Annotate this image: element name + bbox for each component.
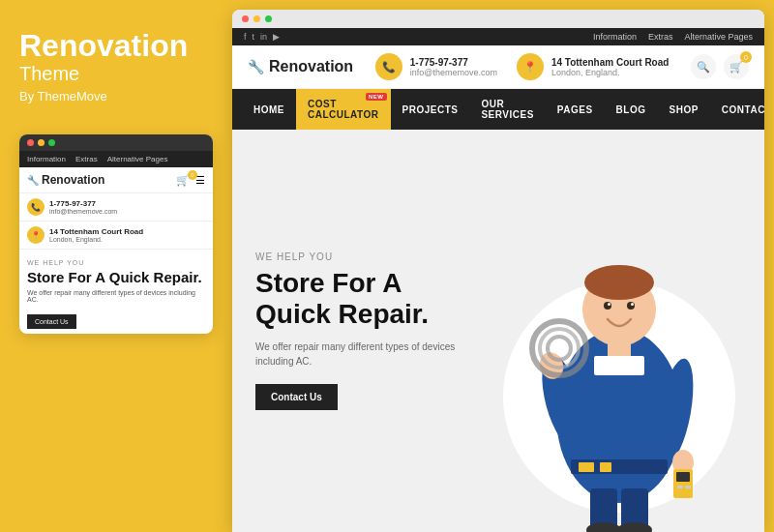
- mobile-we-help: WE HELP YOU: [27, 259, 205, 266]
- svg-point-22: [631, 303, 634, 306]
- browser-close-dot[interactable]: [242, 15, 249, 22]
- mobile-hero-title: Store For A Quick Repair.: [27, 269, 205, 285]
- header-address-sub: London, England.: [551, 68, 669, 77]
- phone-icon: 📞: [375, 53, 402, 80]
- wrench-icon-mobile: 🔧: [27, 175, 39, 186]
- header-contacts: 📞 1-775-97-377 info@thememove.com 📍 14 T…: [375, 53, 670, 80]
- mobile-email: info@thememove.com: [49, 208, 117, 215]
- site-header: 🔧 Renovation 📞 1-775-97-377 info@thememo…: [232, 45, 764, 89]
- svg-rect-14: [677, 486, 683, 488]
- worker-illustration: [493, 222, 745, 532]
- mobile-header-icons: 🛒 0 ☰: [176, 174, 205, 187]
- mobile-header: 🔧 Renovation 🛒 0 ☰: [19, 167, 213, 193]
- svg-point-10: [548, 337, 571, 360]
- mobile-nav-information[interactable]: Information: [27, 155, 66, 163]
- browser-top-nav: f t in ▶ Information Extras Alternative …: [232, 28, 764, 45]
- mobile-nav-extras[interactable]: Extras: [75, 155, 98, 163]
- instagram-icon[interactable]: in: [260, 32, 267, 42]
- mobile-hero: WE HELP YOU Store For A Quick Repair. We…: [19, 250, 213, 334]
- mobile-phone: 1-775-97-377: [49, 199, 117, 208]
- header-email: info@thememove.com: [410, 68, 497, 77]
- header-action-icons: 🔍 🛒 0: [691, 54, 749, 79]
- minimize-dot: [38, 139, 45, 146]
- mobile-address-row: 📍 14 Tottenham Court Road London, Englan…: [19, 222, 213, 250]
- address-contact-item: 📍 14 Tottenham Court Road London, Englan…: [517, 53, 669, 80]
- nav-our-services[interactable]: OUR SERVICES: [469, 89, 545, 130]
- location-icon: 📍: [517, 53, 544, 80]
- location-icon-mobile: 📍: [27, 226, 45, 244]
- facebook-icon[interactable]: f: [244, 32, 247, 42]
- left-panel: Renovation Theme By ThemeMove Informatio…: [0, 0, 232, 532]
- svg-point-20: [627, 302, 635, 310]
- header-address: 14 Tottenham Court Road: [551, 57, 669, 68]
- close-dot: [27, 139, 34, 146]
- nav-home[interactable]: HOME: [242, 95, 296, 125]
- hero-content: WE HELP YOU Store For A Quick Repair. We…: [232, 130, 503, 532]
- theme-name: Renovation: [19, 29, 213, 63]
- svg-point-2: [584, 265, 654, 300]
- cart-badge-mobile: 0: [188, 170, 197, 180]
- site-logo: 🔧 Renovation: [248, 58, 353, 75]
- nav-cost-calculator[interactable]: COST CALCULATOR NEW: [296, 89, 391, 130]
- hero-section: WE HELP YOU Store For A Quick Repair. We…: [232, 130, 764, 532]
- hero-title: Store For A Quick Repair.: [255, 268, 480, 330]
- mobile-hero-desc: We offer repair many different types of …: [27, 289, 205, 303]
- twitter-icon[interactable]: t: [253, 32, 255, 42]
- svg-rect-18: [600, 462, 611, 472]
- mobile-nav-bar: Information Extras Alternative Pages: [19, 151, 213, 167]
- mobile-address-sub: London, England.: [49, 236, 143, 243]
- browser-maximize-dot[interactable]: [265, 15, 272, 22]
- mobile-logo: 🔧 Renovation: [27, 173, 104, 187]
- mobile-phone-row: 📞 1-775-97-377 info@thememove.com: [19, 193, 213, 222]
- hero-title-line2: Quick Repair.: [255, 299, 429, 329]
- cart-button[interactable]: 🛒 0: [724, 54, 749, 79]
- theme-subtitle: Theme: [19, 63, 213, 85]
- nav-projects[interactable]: PROJECTS: [391, 95, 470, 125]
- new-badge: NEW: [366, 93, 387, 101]
- svg-point-19: [604, 302, 611, 310]
- youtube-icon[interactable]: ▶: [273, 32, 280, 42]
- hero-description: We offer repair many different types of …: [255, 340, 480, 369]
- browser-topbar: [232, 10, 764, 28]
- mobile-topbar: [19, 134, 213, 151]
- mobile-address: 14 Tottenham Court Road: [49, 227, 143, 236]
- site-logo-text: Renovation: [269, 58, 353, 75]
- mobile-preview: Information Extras Alternative Pages 🔧 R…: [19, 134, 213, 334]
- search-button[interactable]: 🔍: [691, 54, 716, 79]
- cart-count-badge: 0: [740, 51, 752, 63]
- nav-contact[interactable]: CONTACT: [710, 95, 764, 125]
- social-links: f t in ▶: [244, 32, 280, 42]
- top-nav-extras[interactable]: Extras: [648, 32, 673, 42]
- svg-rect-15: [685, 486, 691, 488]
- browser-minimize-dot[interactable]: [253, 15, 260, 22]
- svg-point-21: [608, 303, 610, 306]
- contact-us-button[interactable]: Contact Us: [255, 384, 338, 410]
- browser-mockup: f t in ▶ Information Extras Alternative …: [232, 10, 764, 532]
- phone-icon-mobile: 📞: [27, 198, 45, 216]
- maximize-dot: [48, 139, 55, 146]
- nav-blog[interactable]: BLOG: [605, 95, 658, 125]
- main-navigation: HOME COST CALCULATOR NEW PROJECTS OUR SE…: [232, 89, 764, 130]
- svg-rect-13: [676, 472, 690, 482]
- mobile-cta-button[interactable]: Contact Us: [27, 314, 76, 329]
- hero-title-line1: Store For A: [255, 268, 402, 298]
- we-help-you-label: WE HELP YOU: [255, 251, 480, 262]
- theme-author: By ThemeMove: [19, 89, 213, 103]
- svg-rect-4: [594, 356, 644, 375]
- mobile-nav-alt-pages[interactable]: Alternative Pages: [107, 155, 168, 163]
- mobile-logo-text: Renovation: [42, 173, 104, 187]
- brand-title: Renovation Theme By ThemeMove: [19, 29, 213, 127]
- svg-rect-17: [579, 462, 594, 472]
- wrench-icon: 🔧: [248, 59, 264, 74]
- top-nav-links: Information Extras Alternative Pages: [593, 32, 753, 42]
- nav-cost-calculator-label: COST CALCULATOR: [308, 99, 379, 120]
- top-nav-information[interactable]: Information: [593, 32, 637, 42]
- nav-shop[interactable]: SHOP: [657, 95, 709, 125]
- phone-contact-item: 📞 1-775-97-377 info@thememove.com: [375, 53, 497, 80]
- header-phone: 1-775-97-377: [410, 57, 497, 68]
- hero-image-area: [503, 130, 764, 532]
- nav-pages[interactable]: PAGES: [546, 95, 605, 125]
- top-nav-alt-pages[interactable]: Alternative Pages: [684, 32, 753, 42]
